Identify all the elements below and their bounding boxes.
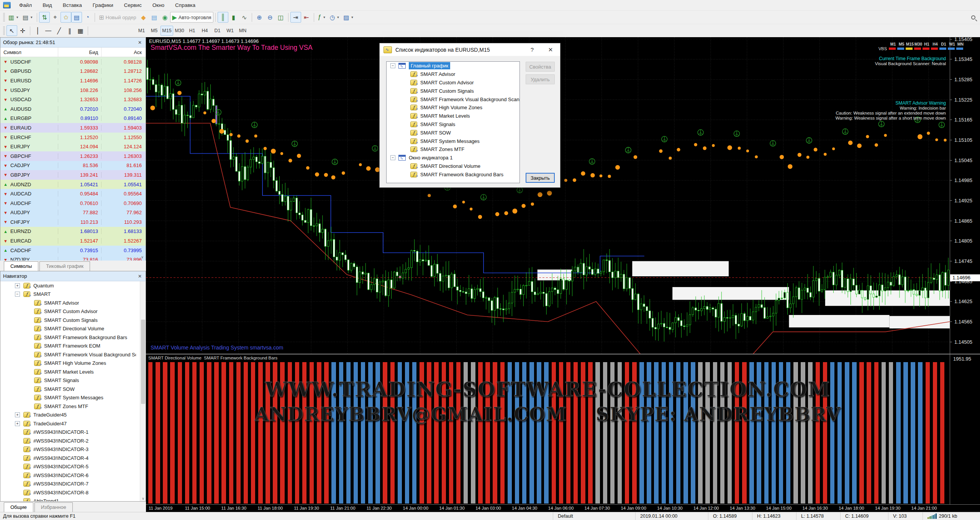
timeframe-MN[interactable]: MN: [236, 26, 249, 36]
navigator-item[interactable]: ƒSMART High Volume Zones: [0, 359, 146, 368]
menu-item-Файл[interactable]: Файл: [14, 1, 37, 10]
search-button[interactable]: [968, 12, 978, 23]
navigator-item[interactable]: ƒSMART Custom Signals: [0, 316, 146, 325]
navigator-item[interactable]: ƒSMART Zones MTF: [0, 402, 146, 411]
timeframe-M5[interactable]: M5: [148, 26, 161, 36]
dialog-indicator-item[interactable]: ƒSMART Directional Volume: [387, 162, 519, 171]
menu-item-Вставка[interactable]: Вставка: [57, 1, 87, 10]
templates-dropdown[interactable]: ▨▼: [341, 12, 356, 23]
expand-plus-icon[interactable]: +: [15, 283, 20, 288]
market-watch-row-GBPCHF[interactable]: ▼GBPCHF1.262331.26303: [0, 151, 146, 161]
navigator-item[interactable]: −ƒSMART: [0, 290, 146, 299]
close-dialog-button[interactable]: Закрыть: [526, 173, 555, 183]
market-watch-row-EURGBP[interactable]: ▲EURGBP0.891100.89140: [0, 114, 146, 123]
dialog-indicator-item[interactable]: −Окно индикатора 1: [387, 154, 519, 162]
menu-item-Окно[interactable]: Окно: [147, 1, 170, 10]
data-window-toggle[interactable]: ⌖: [50, 12, 61, 23]
zoom-in-button[interactable]: ⊕: [254, 12, 265, 23]
terminal-toggle[interactable]: ▤: [71, 12, 82, 23]
dialog-indicator-item[interactable]: ƒSMART SOW: [387, 128, 519, 137]
navigator-item[interactable]: ƒSMART Advisor: [0, 299, 146, 307]
mql5-community-button[interactable]: ▤: [149, 12, 159, 23]
collapse-minus-icon[interactable]: −: [390, 63, 395, 68]
auto-scroll-toggle[interactable]: ⇥: [290, 12, 301, 23]
navigator-item[interactable]: ƒSMART SOW: [0, 385, 146, 394]
channel-button[interactable]: ∥: [64, 25, 75, 36]
dialog-indicator-item[interactable]: ƒSMART Zones MTF: [387, 145, 519, 154]
candle-chart-button[interactable]: ▮: [228, 12, 239, 23]
market-watch-row-AUDUSD[interactable]: ▲AUDUSD0.720100.72040: [0, 104, 146, 114]
market-watch-row-USDCHF[interactable]: ▼USDCHF0.980980.98128: [0, 57, 146, 67]
market-watch-row-GBPJPY[interactable]: ▼GBPJPY139.241139.311: [0, 170, 146, 180]
dialog-indicator-item[interactable]: ƒSMART Custom Signals: [387, 87, 519, 95]
vertical-line-button[interactable]: ⎪: [32, 25, 43, 36]
crosshair-button[interactable]: ✛: [17, 25, 28, 36]
navigator-close-icon[interactable]: ✕: [137, 274, 143, 279]
timeframe-M15[interactable]: M15: [161, 26, 173, 36]
navigator-scrollbar-thumb[interactable]: [141, 320, 145, 404]
auto-trading-button[interactable]: ▶Авто-торговля: [170, 12, 213, 23]
line-chart-button[interactable]: ∿: [239, 12, 250, 23]
tab-Избранное[interactable]: Избранное: [34, 502, 73, 512]
navigator-scroll-down-icon[interactable]: ∨: [140, 496, 146, 501]
market-watch-row-EURAUD[interactable]: ▼EURAUD1.593331.59403: [0, 123, 146, 133]
metaeditor-button[interactable]: ◆: [138, 12, 149, 23]
navigator-item[interactable]: ƒSMART Market Levels: [0, 367, 146, 376]
navigator-item[interactable]: ƒ#WSS943!INDICATOR-5: [0, 463, 146, 471]
market-watch-toggle[interactable]: ⇅: [39, 12, 50, 23]
time-axis[interactable]: 11 Jan 201911 Jan 15:0011 Jan 16:3011 Ja…: [146, 504, 980, 512]
timeframe-M1[interactable]: M1: [135, 26, 148, 36]
indicators-dropdown[interactable]: ƒ▼: [316, 12, 328, 23]
timeframe-W1[interactable]: W1: [224, 26, 236, 36]
timeframe-D1[interactable]: D1: [211, 26, 224, 36]
navigator-item[interactable]: +ƒTradeGuider47: [0, 419, 146, 428]
navigator-item[interactable]: ƒ#WSS943!INDICATOR-1: [0, 428, 146, 437]
navigator-item[interactable]: ƒ#WSS943!INDICATOR-8: [0, 488, 146, 497]
navigator-item[interactable]: ƒSMART Directional Volume: [0, 325, 146, 333]
column-bid[interactable]: Бид: [58, 48, 101, 57]
menu-item-Вид[interactable]: Вид: [37, 1, 57, 10]
price-scale[interactable]: 1.154051.153451.152851.152251.151651.151…: [950, 37, 980, 354]
signals-button[interactable]: ◉: [159, 12, 170, 23]
navigator-item[interactable]: ƒSMART System Messages: [0, 394, 146, 402]
menu-item-Справка[interactable]: Справка: [170, 1, 201, 10]
navigator-item[interactable]: ƒ#WSS943!INDICATOR-6: [0, 471, 146, 480]
cursor-button[interactable]: ↖: [7, 25, 17, 36]
dialog-help-button[interactable]: ?: [526, 46, 538, 53]
market-watch-row-GBPUSD[interactable]: ▼GBPUSD1.286821.28712: [0, 67, 146, 76]
navigator-toggle[interactable]: ✩: [61, 12, 71, 23]
market-watch-row-EURCAD[interactable]: ▼EURCAD1.521471.52267: [0, 236, 146, 246]
navigator-item[interactable]: ƒ#WSS943!INDICATOR-4: [0, 454, 146, 463]
tab-Тиковый график[interactable]: Тиковый график: [39, 261, 90, 271]
market-watch-row-AUDCHF[interactable]: ▼AUDCHF0.706100.70690: [0, 198, 146, 208]
navigator-item[interactable]: ƒAbleTrend1: [0, 497, 146, 502]
market-watch-row-AUDNZD[interactable]: ▲AUDNZD1.054211.05541: [0, 180, 146, 189]
navigator-item[interactable]: ƒ#WSS943!INDICATOR-3: [0, 445, 146, 454]
cycle-lines-button[interactable]: ▦: [75, 25, 86, 36]
navigator-item[interactable]: ƒSMART Framework EOM: [0, 342, 146, 351]
market-watch-row-NZDJPY[interactable]: ▼NZDJPY73.81673.896: [0, 255, 146, 261]
navigator-item[interactable]: ƒSMART Framework Background Bars: [0, 333, 146, 342]
strategy-tester-toggle[interactable]: ◔: [82, 12, 93, 23]
dialog-indicator-item[interactable]: ƒSMART System Messages: [387, 137, 519, 145]
dialog-indicator-item[interactable]: ƒSMART Market Levels: [387, 112, 519, 120]
column-ask[interactable]: Аск: [101, 48, 146, 57]
market-watch-close-icon[interactable]: ✕: [137, 40, 143, 45]
timeframe-H4[interactable]: H4: [198, 26, 211, 36]
timeframe-H1[interactable]: H1: [186, 26, 198, 36]
tile-windows-button[interactable]: ◫: [275, 12, 286, 23]
market-watch-row-EURCHF[interactable]: ▼EURCHF1.125201.12550: [0, 133, 146, 142]
navigator-scrollbar[interactable]: ∨: [140, 281, 146, 501]
dialog-indicator-item[interactable]: ƒSMART Signals: [387, 120, 519, 129]
chart-shift-toggle[interactable]: ⇤: [301, 12, 312, 23]
market-watch-row-USDCAD[interactable]: ▼USDCAD1.326531.32683: [0, 95, 146, 104]
expand-plus-icon[interactable]: +: [15, 421, 20, 426]
periods-dropdown[interactable]: ◷▼: [328, 12, 341, 23]
menu-item-Графики[interactable]: Графики: [87, 1, 119, 10]
market-watch-row-EURNZD[interactable]: ▲EURNZD1.680131.68133: [0, 227, 146, 236]
chart-profiles-button[interactable]: ▤▼: [21, 12, 35, 23]
menu-item-Сервис[interactable]: Сервис: [119, 1, 147, 10]
navigator-item[interactable]: +ƒTradeGuider45: [0, 411, 146, 420]
market-watch-row-AUDCAD[interactable]: ▼AUDCAD0.954840.95564: [0, 189, 146, 198]
collapse-minus-icon[interactable]: −: [15, 292, 20, 297]
